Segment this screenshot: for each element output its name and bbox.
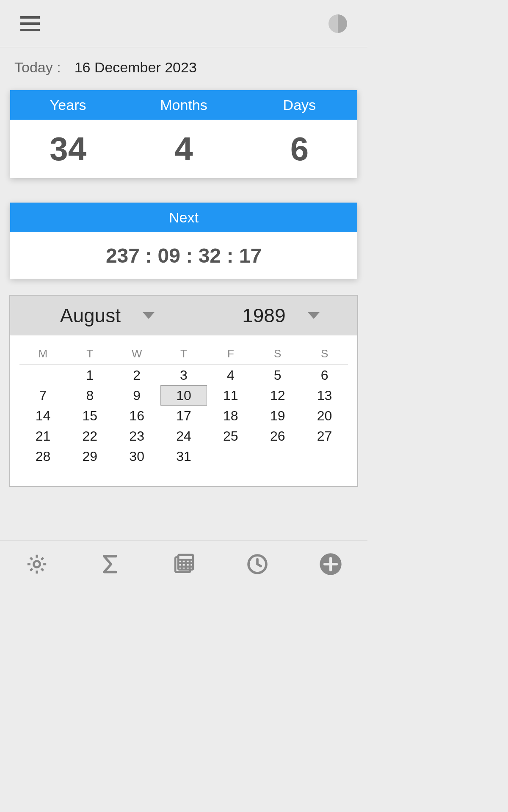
day-cell[interactable]: 17 <box>160 406 207 426</box>
weekday-label: T <box>66 341 113 365</box>
age-value-years: 34 <box>10 120 126 178</box>
calendar-picker-row: August 1989 <box>10 296 357 335</box>
year-picker[interactable]: 1989 <box>204 296 357 335</box>
today-label: Today : <box>14 59 61 76</box>
chevron-down-icon <box>143 312 155 319</box>
day-cell[interactable]: 8 <box>66 385 113 406</box>
day-cell[interactable]: 27 <box>301 426 348 446</box>
day-cell[interactable]: 5 <box>254 365 301 385</box>
day-cell[interactable]: 12 <box>254 385 301 406</box>
age-header-days: Days <box>242 90 357 120</box>
day-cell[interactable]: 24 <box>160 426 207 446</box>
day-cell[interactable]: 1 <box>66 365 113 385</box>
day-cell[interactable]: 13 <box>301 385 348 406</box>
day-cell[interactable]: 20 <box>301 406 348 426</box>
day-cell[interactable]: 18 <box>207 406 254 426</box>
bottom-bar <box>0 540 367 587</box>
day-cell[interactable]: 9 <box>113 385 160 406</box>
calendar-icon[interactable] <box>172 552 196 576</box>
weekday-label: S <box>301 341 348 365</box>
age-card-values: 34 4 6 <box>10 120 357 178</box>
age-card: Years Months Days 34 4 6 <box>10 90 357 178</box>
day-cell[interactable]: 19 <box>254 406 301 426</box>
next-card-header: Next <box>10 203 357 232</box>
chevron-down-icon <box>308 312 320 319</box>
next-card: Next 237 : 09 : 32 : 17 <box>10 203 357 279</box>
age-header-months: Months <box>126 90 241 120</box>
day-cell[interactable]: 28 <box>19 446 66 466</box>
weekday-label: W <box>113 341 160 365</box>
calendar-body: MTWTFSS 12345678910111213141516171819202… <box>10 335 357 486</box>
day-cell[interactable]: 2 <box>113 365 160 385</box>
day-cell[interactable]: 30 <box>113 446 160 466</box>
weekday-label: M <box>19 341 66 365</box>
day-cell[interactable]: 23 <box>113 426 160 446</box>
day-cell[interactable]: 29 <box>66 446 113 466</box>
day-cell[interactable]: 16 <box>113 406 160 426</box>
age-card-header: Years Months Days <box>10 90 357 120</box>
day-cell[interactable]: 22 <box>66 426 113 446</box>
plus-icon[interactable] <box>319 552 342 576</box>
day-cell[interactable]: 6 <box>301 365 348 385</box>
age-value-months: 4 <box>126 120 241 178</box>
day-cell[interactable]: 4 <box>207 365 254 385</box>
svg-point-0 <box>33 561 40 567</box>
header-bar <box>0 0 367 47</box>
weekday-row: MTWTFSS <box>19 341 348 365</box>
day-cell[interactable]: 26 <box>254 426 301 446</box>
day-cell[interactable]: 21 <box>19 426 66 446</box>
day-cell[interactable]: 14 <box>19 406 66 426</box>
day-cell[interactable]: 31 <box>160 446 207 466</box>
menu-icon[interactable] <box>20 16 40 31</box>
day-cell[interactable]: 10 <box>160 385 207 406</box>
year-picker-value: 1989 <box>242 304 285 327</box>
age-header-years: Years <box>10 90 126 120</box>
month-picker-value: August <box>60 304 121 327</box>
month-picker[interactable]: August <box>10 296 204 335</box>
weekday-label: T <box>160 341 207 365</box>
today-value: 16 December 2023 <box>75 59 197 76</box>
age-value-days: 6 <box>242 120 357 178</box>
day-cell[interactable]: 7 <box>19 385 66 406</box>
days-grid: 1234567891011121314151617181920212223242… <box>19 365 348 466</box>
day-cell[interactable]: 11 <box>207 385 254 406</box>
day-cell-empty <box>19 365 66 385</box>
gear-icon[interactable] <box>25 552 49 576</box>
clock-icon[interactable] <box>246 552 269 576</box>
next-card-value: 237 : 09 : 32 : 17 <box>10 232 357 279</box>
day-cell[interactable]: 3 <box>160 365 207 385</box>
calendar-card: August 1989 MTWTFSS 12345678910111213141… <box>9 295 358 487</box>
day-cell[interactable]: 25 <box>207 426 254 446</box>
today-row: Today : 16 December 2023 <box>0 47 367 84</box>
weekday-label: F <box>207 341 254 365</box>
day-cell[interactable]: 15 <box>66 406 113 426</box>
theme-toggle-icon[interactable] <box>329 14 347 33</box>
weekday-label: S <box>254 341 301 365</box>
sigma-icon[interactable] <box>98 552 122 576</box>
